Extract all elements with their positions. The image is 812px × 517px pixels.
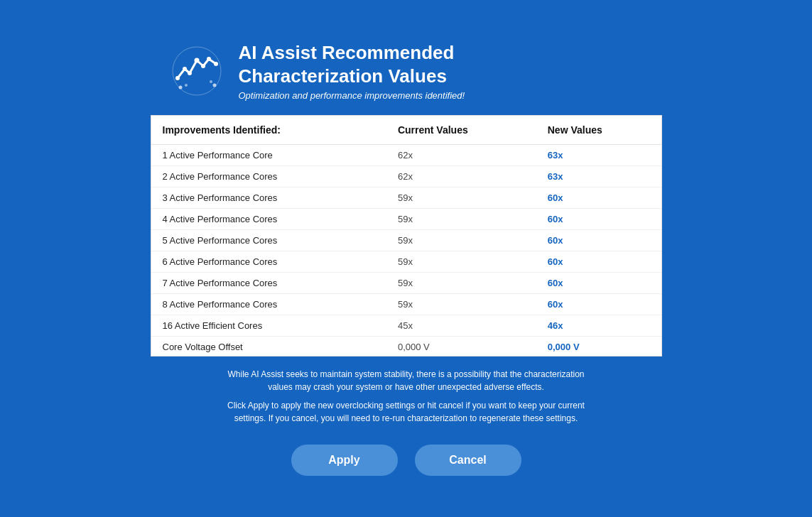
table-row: 8 Active Performance Cores59x60x [151, 294, 661, 315]
current-value-cell: 59x [386, 209, 536, 230]
col-new: New Values [536, 116, 661, 145]
apply-button[interactable]: Apply [291, 445, 398, 476]
current-value-cell: 59x [386, 273, 536, 294]
new-value-cell: 60x [536, 294, 661, 315]
ai-assist-icon [172, 46, 222, 96]
new-value-cell: 0,000 V [536, 337, 661, 357]
table-row: 4 Active Performance Cores59x60x [151, 209, 661, 230]
table-row: 6 Active Performance Cores59x60x [151, 251, 661, 273]
main-dialog: AI Assist Recommended Characterization V… [151, 41, 662, 476]
new-value-cell: 63x [536, 145, 661, 166]
improvements-table-container[interactable]: Improvements Identified: Current Values … [151, 115, 662, 357]
current-value-cell: 62x [386, 166, 536, 187]
current-value-cell: 45x [386, 315, 536, 337]
new-value-cell: 60x [536, 230, 661, 251]
new-value-cell: 63x [536, 166, 661, 187]
improvement-cell: 5 Active Performance Cores [151, 230, 386, 251]
table-row: Core Voltage Offset0,000 V0,000 V [151, 337, 661, 357]
improvement-cell: 4 Active Performance Cores [151, 209, 386, 230]
improvements-table: Improvements Identified: Current Values … [151, 116, 661, 357]
svg-point-2 [183, 67, 187, 71]
table-row: 7 Active Performance Cores59x60x [151, 273, 661, 294]
improvement-cell: 7 Active Performance Cores [151, 273, 386, 294]
improvement-cell: 3 Active Performance Cores [151, 187, 386, 209]
dialog-header: AI Assist Recommended Characterization V… [151, 41, 465, 101]
improvement-cell: 6 Active Performance Cores [151, 251, 386, 273]
new-value-cell: 60x [536, 273, 661, 294]
current-value-cell: 59x [386, 187, 536, 209]
svg-point-3 [188, 71, 192, 75]
svg-point-5 [201, 64, 205, 68]
new-value-cell: 60x [536, 187, 661, 209]
col-current: Current Values [386, 116, 536, 145]
improvement-cell: Core Voltage Offset [151, 337, 386, 357]
table-header-row: Improvements Identified: Current Values … [151, 116, 661, 145]
warning-section: While AI Assist seeks to maintain system… [199, 368, 613, 439]
svg-point-1 [175, 76, 180, 80]
new-value-cell: 60x [536, 251, 661, 273]
current-value-cell: 62x [386, 145, 536, 166]
svg-point-8 [178, 86, 182, 89]
table-row: 3 Active Performance Cores59x60x [151, 187, 661, 209]
svg-point-7 [214, 62, 218, 66]
table-row: 1 Active Performance Core62x63x [151, 145, 661, 166]
svg-point-10 [210, 80, 212, 83]
svg-point-6 [207, 57, 211, 61]
svg-point-11 [212, 84, 216, 87]
current-value-cell: 59x [386, 294, 536, 315]
improvement-cell: 8 Active Performance Cores [151, 294, 386, 315]
improvement-cell: 16 Active Efficient Cores [151, 315, 386, 337]
table-row: 2 Active Performance Cores62x63x [151, 166, 661, 187]
dialog-subtitle: Optimization and performance improvement… [239, 90, 465, 101]
new-value-cell: 60x [536, 209, 661, 230]
current-value-cell: 59x [386, 230, 536, 251]
current-value-cell: 59x [386, 251, 536, 273]
warning-text: While AI Assist seeks to maintain system… [227, 368, 585, 393]
header-text-block: AI Assist Recommended Characterization V… [239, 41, 465, 101]
svg-point-9 [185, 84, 188, 87]
current-value-cell: 0,000 V [386, 337, 536, 357]
new-value-cell: 46x [536, 315, 661, 337]
cancel-button[interactable]: Cancel [415, 445, 521, 476]
svg-point-4 [194, 58, 199, 63]
table-row: 16 Active Efficient Cores45x46x [151, 315, 661, 337]
dialog-title: AI Assist Recommended Characterization V… [239, 41, 465, 87]
button-row: Apply Cancel [291, 445, 521, 476]
improvement-cell: 1 Active Performance Core [151, 145, 386, 166]
info-text: Click Apply to apply the new overclockin… [227, 399, 585, 425]
improvement-cell: 2 Active Performance Cores [151, 166, 386, 187]
col-improvement: Improvements Identified: [151, 116, 386, 145]
table-row: 5 Active Performance Cores59x60x [151, 230, 661, 251]
